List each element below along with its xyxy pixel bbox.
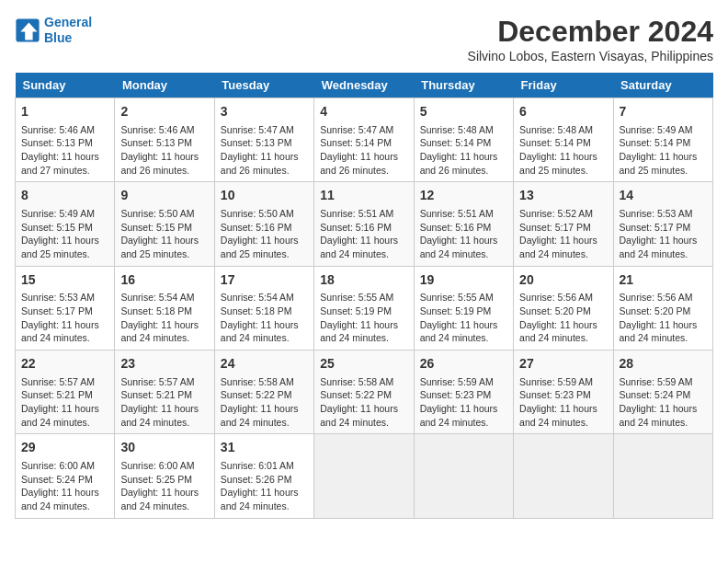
daylight-text: Daylight: 11 hours and 26 minutes. <box>120 151 199 176</box>
sunrise-text: Sunrise: 5:58 AM <box>320 376 393 387</box>
calendar-cell: 15Sunrise: 5:53 AMSunset: 5:17 PMDayligh… <box>16 266 115 350</box>
daylight-text: Daylight: 11 hours and 24 minutes. <box>21 319 99 344</box>
sunrise-text: Sunrise: 5:52 AM <box>519 208 593 219</box>
calendar-cell: 10Sunrise: 5:50 AMSunset: 5:16 PMDayligh… <box>214 182 313 266</box>
day-number: 14 <box>620 187 707 205</box>
calendar-cell: 28Sunrise: 5:59 AMSunset: 5:24 PMDayligh… <box>613 350 712 434</box>
header-sunday: Sunday <box>16 73 115 98</box>
sunrise-text: Sunrise: 5:53 AM <box>620 208 693 219</box>
day-number: 16 <box>120 271 208 290</box>
sunrise-text: Sunrise: 5:49 AM <box>21 208 95 219</box>
calendar-cell <box>514 434 613 518</box>
sunrise-text: Sunrise: 5:49 AM <box>620 124 693 135</box>
sunset-text: Sunset: 5:13 PM <box>221 137 292 148</box>
daylight-text: Daylight: 11 hours and 25 minutes. <box>221 235 299 259</box>
sunset-text: Sunset: 5:14 PM <box>620 137 691 148</box>
daylight-text: Daylight: 11 hours and 24 minutes. <box>221 319 299 344</box>
calendar-cell: 24Sunrise: 5:58 AMSunset: 5:22 PMDayligh… <box>214 350 313 434</box>
daylight-text: Daylight: 11 hours and 24 minutes. <box>221 487 299 511</box>
sunset-text: Sunset: 5:18 PM <box>120 305 192 316</box>
sunset-text: Sunset: 5:21 PM <box>21 389 93 400</box>
daylight-text: Daylight: 11 hours and 24 minutes. <box>420 319 498 344</box>
day-number: 8 <box>21 187 108 205</box>
day-number: 20 <box>519 271 607 290</box>
calendar-week-row: 1Sunrise: 5:46 AMSunset: 5:13 PMDaylight… <box>16 98 713 182</box>
calendar-cell <box>414 434 513 518</box>
daylight-text: Daylight: 11 hours and 24 minutes. <box>519 235 597 259</box>
day-number: 25 <box>320 355 407 373</box>
header-thursday: Thursday <box>414 73 513 98</box>
daylight-text: Daylight: 11 hours and 24 minutes. <box>320 319 398 344</box>
calendar-week-row: 15Sunrise: 5:53 AMSunset: 5:17 PMDayligh… <box>16 266 713 350</box>
sunset-text: Sunset: 5:20 PM <box>519 305 591 316</box>
calendar-cell: 9Sunrise: 5:50 AMSunset: 5:15 PMDaylight… <box>115 182 214 266</box>
calendar-cell: 14Sunrise: 5:53 AMSunset: 5:17 PMDayligh… <box>613 182 712 266</box>
logo-icon <box>15 17 40 43</box>
daylight-text: Daylight: 11 hours and 24 minutes. <box>21 487 99 511</box>
calendar-cell <box>314 434 414 518</box>
daylight-text: Daylight: 11 hours and 24 minutes. <box>620 235 698 259</box>
sunset-text: Sunset: 5:16 PM <box>420 222 492 233</box>
sunset-text: Sunset: 5:24 PM <box>21 474 93 485</box>
day-number: 28 <box>620 355 707 373</box>
daylight-text: Daylight: 11 hours and 24 minutes. <box>120 403 199 428</box>
header-saturday: Saturday <box>613 73 712 98</box>
logo-text: General Blue <box>44 15 92 46</box>
calendar-cell: 11Sunrise: 5:51 AMSunset: 5:16 PMDayligh… <box>314 182 414 266</box>
daylight-text: Daylight: 11 hours and 25 minutes. <box>519 151 597 176</box>
calendar-cell: 4Sunrise: 5:47 AMSunset: 5:14 PMDaylight… <box>314 98 414 182</box>
day-number: 13 <box>519 187 607 205</box>
daylight-text: Daylight: 11 hours and 26 minutes. <box>221 151 299 176</box>
day-number: 18 <box>320 271 407 290</box>
sunset-text: Sunset: 5:19 PM <box>320 305 392 316</box>
daylight-text: Daylight: 11 hours and 24 minutes. <box>519 403 597 428</box>
sunset-text: Sunset: 5:18 PM <box>221 305 292 316</box>
sunrise-text: Sunrise: 5:55 AM <box>320 292 393 303</box>
sunrise-text: Sunrise: 5:46 AM <box>21 124 95 135</box>
sunrise-text: Sunrise: 6:00 AM <box>21 460 95 471</box>
calendar-cell: 6Sunrise: 5:48 AMSunset: 5:14 PMDaylight… <box>514 98 613 182</box>
sunrise-text: Sunrise: 6:00 AM <box>120 460 194 471</box>
sunset-text: Sunset: 5:25 PM <box>120 474 192 485</box>
sunset-text: Sunset: 5:16 PM <box>221 222 292 233</box>
day-number: 12 <box>420 187 507 205</box>
calendar-cell: 7Sunrise: 5:49 AMSunset: 5:14 PMDaylight… <box>613 98 712 182</box>
title-area: December 2024 Silvino Lobos, Eastern Vis… <box>468 15 713 63</box>
month-title: December 2024 <box>468 15 713 49</box>
sunrise-text: Sunrise: 5:56 AM <box>519 292 593 303</box>
day-number: 15 <box>21 271 108 290</box>
calendar-cell: 8Sunrise: 5:49 AMSunset: 5:15 PMDaylight… <box>16 182 115 266</box>
calendar-week-row: 29Sunrise: 6:00 AMSunset: 5:24 PMDayligh… <box>16 434 713 518</box>
calendar-week-row: 8Sunrise: 5:49 AMSunset: 5:15 PMDaylight… <box>16 182 713 266</box>
sunrise-text: Sunrise: 5:57 AM <box>21 376 95 387</box>
day-number: 10 <box>221 187 308 205</box>
sunrise-text: Sunrise: 5:50 AM <box>221 208 294 219</box>
day-number: 31 <box>221 439 308 457</box>
calendar-cell: 2Sunrise: 5:46 AMSunset: 5:13 PMDaylight… <box>115 98 214 182</box>
calendar-cell: 26Sunrise: 5:59 AMSunset: 5:23 PMDayligh… <box>414 350 513 434</box>
sunset-text: Sunset: 5:26 PM <box>221 474 292 485</box>
sunrise-text: Sunrise: 5:46 AM <box>120 124 194 135</box>
sunrise-text: Sunrise: 5:47 AM <box>221 124 294 135</box>
day-number: 29 <box>21 439 108 457</box>
calendar-cell: 1Sunrise: 5:46 AMSunset: 5:13 PMDaylight… <box>16 98 115 182</box>
sunset-text: Sunset: 5:19 PM <box>420 305 492 316</box>
sunrise-text: Sunrise: 5:54 AM <box>120 292 194 303</box>
sunrise-text: Sunrise: 5:50 AM <box>120 208 194 219</box>
daylight-text: Daylight: 11 hours and 24 minutes. <box>320 235 398 259</box>
daylight-text: Daylight: 11 hours and 24 minutes. <box>420 403 498 428</box>
sunset-text: Sunset: 5:20 PM <box>620 305 691 316</box>
sunrise-text: Sunrise: 5:59 AM <box>420 376 494 387</box>
day-number: 21 <box>620 271 707 290</box>
daylight-text: Daylight: 11 hours and 24 minutes. <box>21 403 99 428</box>
daylight-text: Daylight: 11 hours and 25 minutes. <box>620 151 698 176</box>
day-number: 7 <box>620 103 707 121</box>
sunrise-text: Sunrise: 5:51 AM <box>320 208 393 219</box>
day-number: 22 <box>21 355 108 373</box>
page-header: General Blue December 2024 Silvino Lobos… <box>15 15 713 63</box>
day-number: 9 <box>120 187 208 205</box>
day-number: 24 <box>221 355 308 373</box>
sunset-text: Sunset: 5:22 PM <box>221 389 292 400</box>
sunrise-text: Sunrise: 5:48 AM <box>420 124 494 135</box>
calendar-cell: 5Sunrise: 5:48 AMSunset: 5:14 PMDaylight… <box>414 98 513 182</box>
